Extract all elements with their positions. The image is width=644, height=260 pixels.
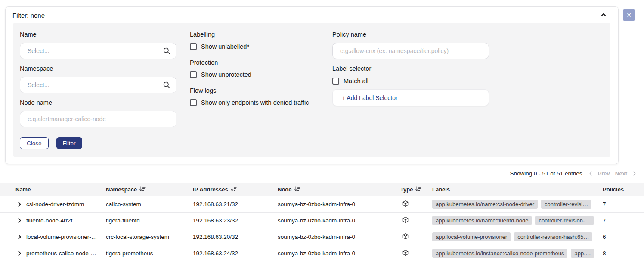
label-chip: app.kubernetes.io/name:csi-node-driver [432,200,538,209]
column-header-ip-addresses[interactable]: IP Addresses [193,186,278,193]
close-icon: ✕ [626,12,632,18]
endpoint-labels: app.kubernetes.io/name:fluentd-nodecontr… [432,216,601,225]
close-button[interactable]: Close [20,137,49,149]
column-header-name[interactable]: Name [0,186,106,193]
label-chip: app.kubernetes.io/name:fluentd-node [432,216,532,225]
match-all-checkbox[interactable] [332,78,339,85]
column-header-labels: Labels [432,186,601,193]
show-unprotected-row[interactable]: Show unprotected [190,71,319,78]
match-all-row[interactable]: Match all [332,78,489,85]
name-field-label: Name [20,31,176,38]
expand-row-chevron-icon[interactable] [17,218,22,223]
sort-icon[interactable] [231,186,237,193]
expand-row-chevron-icon[interactable] [17,235,22,239]
column-header-node[interactable]: Node [278,186,400,193]
filter-panel-header: Filter: none [6,7,618,23]
filter-panel: Filter: none Name Namespace [5,6,619,164]
endpoint-policies: 6 [601,234,644,240]
show-unlabelled-checkbox[interactable] [190,43,197,50]
table-row[interactable]: prometheus-calico-node-… tigera-promethe… [0,245,644,260]
endpoint-name: csi-node-driver-tzdmm [26,201,84,207]
column-header-type[interactable]: Type [400,186,432,193]
endpoint-namespace: tigera-prometheus [106,250,193,257]
filter-title: Filter: none [12,12,45,19]
endpoint-name: local-volume-provisioner-… [26,234,97,240]
pod-icon [402,233,409,241]
endpoint-ip: 192.168.63.21/32 [193,201,278,207]
label-chip: app.kubernetes.io/instance:calico-node-p… [432,249,567,258]
add-label-selector-button[interactable]: + Add Label Selector [332,89,489,106]
table-row[interactable]: csi-node-driver-tzdmm calico-system 192.… [0,196,644,213]
collapse-filter-button[interactable] [601,12,607,19]
filter-button[interactable]: Filter [56,137,82,149]
pagination: Showing 0 - 51 of 51 entries Prev Next [0,170,636,177]
prev-page-button[interactable]: Prev [598,170,610,177]
sort-icon[interactable] [294,186,300,193]
endpoint-node: soumya-bz-0zbo-kadm-infra-0 [278,217,400,224]
label-chip: app:local-volume-provisioner [432,232,511,241]
sort-icon[interactable] [415,186,421,193]
pod-icon [402,216,409,225]
policy-name-field-label: Policy name [332,31,489,38]
table-body: csi-node-driver-tzdmm calico-system 192.… [0,196,644,260]
endpoint-labels: app:local-volume-provisionercontroller-r… [432,232,601,241]
chevron-up-icon [601,12,607,19]
endpoint-policies: 7 [601,201,644,207]
label-selector-section-label: Label selector [332,65,489,72]
next-page-button[interactable]: Next [615,170,627,177]
label-chip: app.… [571,249,594,258]
endpoints-table: Name Namespace IP Addresses Node Type La… [0,183,644,260]
prev-chevron-icon[interactable] [589,171,593,176]
pod-icon [402,249,409,257]
match-all-label: Match all [344,78,368,85]
policy-name-input[interactable] [340,47,483,54]
filter-actions: Close Filter [20,137,176,149]
name-select[interactable] [20,43,176,59]
search-icon [163,47,170,55]
filter-form: Name Namespace Node name Close Filt [13,23,610,157]
node-name-field[interactable] [20,111,176,127]
node-name-field-label: Node name [20,99,176,106]
namespace-select-input[interactable] [28,81,163,88]
policy-name-field[interactable] [332,43,489,59]
label-chip: controller-revisi… [541,200,591,209]
dismiss-panel-button[interactable]: ✕ [623,9,635,21]
endpoint-node: soumya-bz-0zbo-kadm-infra-0 [278,201,400,207]
table-row[interactable]: local-volume-provisioner-… crc-local-sto… [0,229,644,245]
filter-col-right: Policy name Label selector Match all + A… [332,31,489,106]
namespace-field-label: Namespace [20,65,176,72]
name-select-input[interactable] [28,47,163,54]
show-unprotected-checkbox[interactable] [190,71,197,78]
table-row[interactable]: fluentd-node-4rr2t tigera-fluentd 192.16… [0,213,644,229]
flow-logs-section-label: Flow logs [190,87,319,94]
endpoint-node: soumya-bz-0zbo-kadm-infra-0 [278,250,400,257]
endpoint-ip: 192.168.63.24/32 [193,250,278,257]
labelling-section-label: Labelling [190,31,319,38]
protection-section-label: Protection [190,59,319,66]
expand-row-chevron-icon[interactable] [17,251,22,256]
namespace-select[interactable] [20,77,176,93]
endpoint-labels: app.kubernetes.io/instance:calico-node-p… [432,249,601,258]
column-header-policies: Policies [601,186,644,193]
endpoint-ip: 192.168.63.23/32 [193,217,278,224]
column-header-namespace[interactable]: Namespace [106,186,193,193]
endpoint-policies: 7 [601,217,644,224]
filter-col-left: Name Namespace Node name Close Filt [20,31,176,149]
expand-row-chevron-icon[interactable] [17,202,22,207]
denied-traffic-label: Show only endpoints with denied traffic [201,99,309,106]
endpoint-node: soumya-bz-0zbo-kadm-infra-0 [278,234,400,240]
endpoint-namespace: crc-local-storage-system [106,234,193,240]
sort-icon[interactable] [139,186,146,193]
search-icon [163,81,170,89]
pagination-controls: Prev Next [589,170,636,177]
show-unlabelled-label: Show unlabelled* [201,43,249,50]
node-name-input[interactable] [28,116,170,122]
next-chevron-icon[interactable] [632,171,636,176]
endpoint-namespace: calico-system [106,201,193,207]
denied-traffic-row[interactable]: Show only endpoints with denied traffic [190,99,319,106]
denied-traffic-checkbox[interactable] [190,99,197,106]
show-unlabelled-row[interactable]: Show unlabelled* [190,43,319,50]
filter-col-middle: Labelling Show unlabelled* Protection Sh… [190,31,319,115]
pod-icon [402,200,409,208]
endpoint-policies: 8 [601,250,644,257]
